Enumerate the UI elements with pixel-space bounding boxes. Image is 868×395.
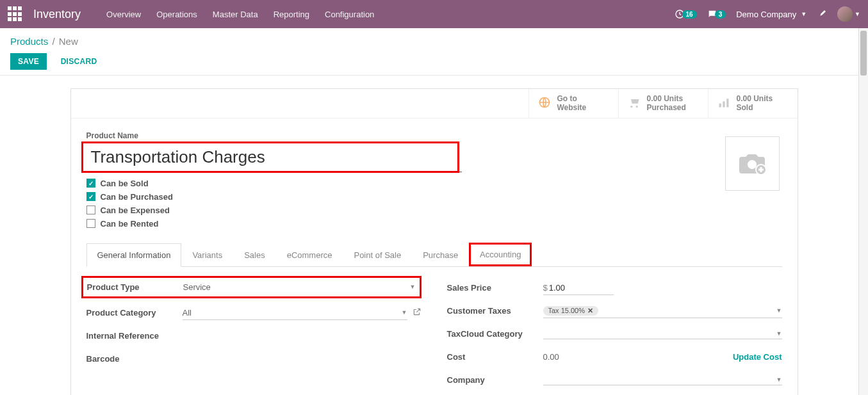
cost-field: 0.00 Update Cost — [543, 350, 782, 364]
stat-buttons: Go to Website 0.00 Units Purchased 0.0 — [71, 89, 798, 118]
scroll-thumb[interactable] — [860, 31, 867, 76]
barcode-input[interactable] — [183, 357, 422, 361]
tab-sales[interactable]: Sales — [233, 243, 276, 267]
product-type-value: Service — [183, 282, 211, 292]
company-select[interactable]: ▼ — [543, 375, 782, 385]
taxcloud-select[interactable]: ▼ — [543, 328, 782, 339]
debug-button[interactable] — [817, 9, 827, 19]
update-cost-link[interactable]: Update Cost — [733, 352, 782, 362]
product-category-value: All — [183, 308, 192, 318]
nav-right: 16 3 Demo Company ▼ ▼ — [675, 6, 860, 22]
scrollbar[interactable] — [858, 28, 868, 395]
wrench-icon — [817, 9, 827, 19]
svg-rect-3 — [723, 101, 725, 107]
breadcrumb-separator: / — [52, 36, 54, 47]
stat-purchased[interactable]: 0.00 Units Purchased — [618, 89, 708, 118]
tab-ecommerce[interactable]: eCommerce — [276, 243, 343, 267]
product-category-label: Product Category — [86, 308, 183, 318]
stat-website-text: Go to Website — [557, 94, 587, 113]
svg-rect-2 — [719, 104, 721, 108]
product-header: Product Name ✓ Can be Sold ✓ Can be Purc… — [86, 131, 782, 232]
user-menu[interactable]: ▼ — [837, 6, 860, 22]
top-navbar: Inventory Overview Operations Master Dat… — [0, 0, 868, 28]
tab-general-information[interactable]: General Information — [86, 243, 182, 267]
can-be-sold-row: ✓ Can be Sold — [86, 179, 725, 188]
stat-sold[interactable]: 0.00 Units Sold — [708, 89, 798, 118]
product-options: ✓ Can be Sold ✓ Can be Purchased Can be … — [86, 179, 725, 229]
product-type-select[interactable]: Service ▼ — [183, 280, 416, 294]
product-category-row: Product Category All ▼ — [86, 305, 422, 321]
can-be-purchased-checkbox[interactable]: ✓ — [86, 192, 95, 201]
can-be-rented-label: Can be Rented — [101, 219, 159, 229]
can-be-purchased-row: ✓ Can be Purchased — [86, 192, 725, 202]
customer-taxes-row: Customer Taxes Tax 15.00% ✕ ▼ — [447, 303, 782, 319]
barcode-row: Barcode — [86, 351, 422, 367]
product-name-input[interactable] — [91, 146, 450, 168]
form-view: Go to Website 0.00 Units Purchased 0.0 — [0, 76, 868, 395]
breadcrumb: Products / New — [10, 36, 858, 47]
tax-tag-label: Tax 15.00% — [548, 307, 585, 314]
barcode-label: Barcode — [86, 354, 183, 364]
tag-remove-icon[interactable]: ✕ — [587, 307, 593, 315]
internal-reference-row: Internal Reference — [86, 328, 422, 344]
product-type-row: Product Type Service ▼ — [81, 276, 422, 298]
internal-reference-input[interactable] — [183, 334, 422, 338]
stat-purchased-text: 0.00 Units Purchased — [647, 94, 686, 113]
apps-icon[interactable] — [8, 6, 23, 22]
can-be-expensed-checkbox[interactable] — [86, 206, 95, 214]
save-button[interactable]: SAVE — [10, 53, 47, 70]
sales-price-row: Sales Price $1.00 — [447, 280, 782, 296]
svg-point-5 — [748, 160, 757, 169]
sales-price-input[interactable]: $1.00 — [543, 281, 614, 295]
nav-master-data[interactable]: Master Data — [213, 10, 258, 19]
discard-button[interactable]: DISCARD — [53, 53, 105, 70]
activity-button[interactable]: 16 — [675, 9, 697, 19]
sheet-body: Product Name ✓ Can be Sold ✓ Can be Purc… — [71, 118, 798, 395]
nav-overview[interactable]: Overview — [106, 10, 141, 19]
can-be-expensed-label: Can be Expensed — [101, 206, 170, 215]
nav-operations[interactable]: Operations — [156, 10, 197, 19]
nav-reporting[interactable]: Reporting — [274, 10, 309, 19]
breadcrumb-current: New — [59, 36, 78, 47]
nav-configuration[interactable]: Configuration — [325, 10, 374, 19]
cart-icon — [628, 96, 641, 111]
customer-taxes-input[interactable]: Tax 15.00% ✕ ▼ — [543, 304, 782, 318]
form-col-right: Sales Price $1.00 Customer Taxes Tax 15.… — [447, 280, 782, 395]
chevron-down-icon: ▼ — [776, 307, 782, 314]
company-label: Company — [447, 375, 543, 385]
can-be-expensed-row: Can be Expensed — [86, 206, 725, 215]
tax-tag[interactable]: Tax 15.00% ✕ — [543, 306, 598, 316]
chevron-down-icon: ▼ — [402, 309, 407, 316]
can-be-sold-checkbox[interactable]: ✓ — [86, 179, 95, 188]
tab-point-of-sale[interactable]: Point of Sale — [343, 243, 412, 267]
nav-menu: Overview Operations Master Data Reportin… — [106, 10, 674, 19]
can-be-rented-checkbox[interactable] — [86, 219, 95, 228]
stat-sold-text: 0.00 Units Sold — [737, 94, 773, 113]
tab-accounting[interactable]: Accounting — [469, 243, 532, 266]
external-link-icon[interactable] — [413, 307, 422, 318]
breadcrumb-products[interactable]: Products — [10, 36, 48, 47]
cost-row: Cost 0.00 Update Cost — [447, 349, 782, 366]
stat-website[interactable]: Go to Website — [528, 89, 618, 118]
product-image-upload[interactable] — [725, 136, 780, 191]
chevron-down-icon: ▼ — [776, 330, 782, 337]
app-title[interactable]: Inventory — [33, 8, 81, 21]
product-name-highlight — [81, 141, 459, 173]
internal-reference-label: Internal Reference — [86, 331, 183, 341]
customer-taxes-label: Customer Taxes — [447, 306, 543, 316]
cost-value: 0.00 — [543, 352, 559, 362]
company-name: Demo Company — [736, 10, 796, 19]
messages-button[interactable]: 3 — [707, 9, 726, 19]
tabs: General Information Variants Sales eComm… — [86, 243, 782, 267]
tab-purchase[interactable]: Purchase — [412, 243, 469, 267]
chevron-down-icon: ▼ — [801, 11, 807, 17]
chevron-down-icon: ▼ — [776, 376, 782, 383]
company-switcher[interactable]: Demo Company ▼ — [736, 10, 807, 19]
sales-price-label: Sales Price — [447, 283, 543, 293]
form-col-left: Product Type Service ▼ Product Category … — [86, 280, 422, 395]
can-be-rented-row: Can be Rented — [86, 219, 725, 229]
globe-icon — [538, 96, 551, 111]
product-category-select[interactable]: All ▼ — [183, 306, 407, 320]
can-be-sold-label: Can be Sold — [101, 179, 149, 188]
tab-variants[interactable]: Variants — [181, 243, 233, 267]
